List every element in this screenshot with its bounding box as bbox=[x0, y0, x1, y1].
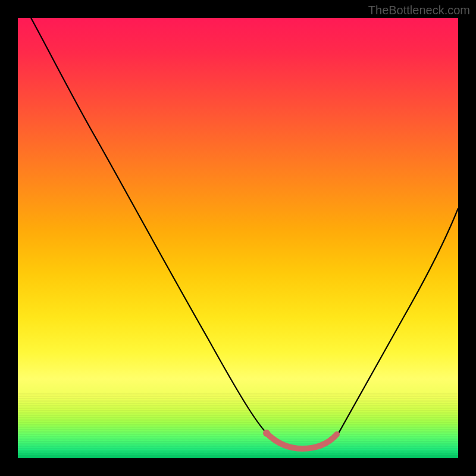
chart-svg bbox=[18, 18, 458, 458]
bottleneck-curve-path bbox=[31, 18, 458, 450]
chart-plot-area bbox=[18, 18, 458, 458]
watermark-text: TheBottleneck.com bbox=[368, 4, 470, 17]
highlight-segment-path bbox=[267, 433, 337, 449]
